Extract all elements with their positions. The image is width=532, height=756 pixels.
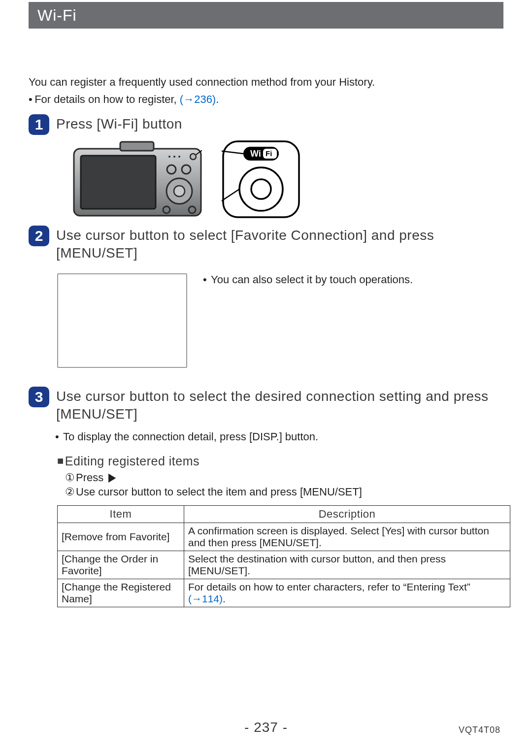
table-row: [Change the Order in Favorite] Select th… bbox=[58, 551, 510, 579]
page-ref-link[interactable]: (→236) bbox=[180, 93, 216, 105]
step-number-badge: 1 bbox=[29, 114, 49, 135]
cell-item: [Change the Registered Name] bbox=[58, 579, 184, 607]
svg-point-4 bbox=[168, 156, 170, 158]
step-2: 2 Use cursor button to select [Favorite … bbox=[29, 226, 503, 263]
sub-step-2-text: Use cursor button to select the item and… bbox=[76, 485, 362, 499]
step-1: 1 Press [Wi-Fi] button bbox=[29, 114, 503, 133]
sub-step-1: ①Press ▶ bbox=[65, 470, 503, 485]
circled-2-icon: ② bbox=[65, 485, 75, 499]
square-bullet-icon: ■ bbox=[57, 455, 64, 467]
page-footer: - 237 - VQT4T08 bbox=[0, 720, 532, 735]
table-row: [Change the Registered Name] For details… bbox=[58, 579, 510, 607]
svg-point-11 bbox=[174, 186, 185, 197]
bullet-dot: • bbox=[203, 273, 206, 368]
cell-desc: A confirmation screen is displayed. Sele… bbox=[184, 523, 510, 551]
step-2-content: • You can also select it by touch operat… bbox=[29, 273, 503, 368]
page-number: - 237 - bbox=[244, 720, 288, 735]
subheading-placeholder bbox=[29, 33, 503, 51]
step-title: Press [Wi-Fi] button bbox=[56, 114, 503, 133]
right-arrow-icon: ▶ bbox=[108, 469, 116, 485]
svg-point-7 bbox=[190, 154, 196, 160]
intro-line: You can register a frequently used conne… bbox=[29, 75, 503, 90]
step-title: Use cursor button to select the desired … bbox=[56, 387, 503, 424]
svg-rect-1 bbox=[120, 142, 154, 151]
editing-table: Item Description [Remove from Favorite] … bbox=[57, 505, 510, 607]
intro-bullet-suffix: . bbox=[216, 93, 219, 105]
desc-suffix: . bbox=[223, 593, 226, 604]
table-row: [Remove from Favorite] A confirmation sc… bbox=[58, 523, 510, 551]
cell-desc: For details on how to enter characters, … bbox=[184, 579, 510, 607]
wifi-button-callout: Wi Fi bbox=[222, 140, 300, 219]
step-number-badge: 3 bbox=[29, 387, 49, 407]
bullet-dot: • bbox=[29, 92, 32, 107]
screen-placeholder bbox=[57, 273, 187, 368]
step-3-note: • To display the connection detail, pres… bbox=[29, 430, 503, 443]
sub-heading-text: Editing registered items bbox=[65, 454, 200, 468]
col-item: Item bbox=[58, 505, 184, 523]
cell-desc: Select the destination with cursor butto… bbox=[184, 551, 510, 579]
step-number-badge: 2 bbox=[29, 226, 49, 246]
sub-heading: ■Editing registered items bbox=[57, 454, 503, 468]
step-1-illustration: Wi Fi bbox=[29, 140, 503, 219]
cell-item: [Change the Order in Favorite] bbox=[58, 551, 184, 579]
svg-text:Fi: Fi bbox=[266, 149, 272, 158]
note-text: You can also select it by touch operatio… bbox=[211, 273, 413, 368]
svg-point-5 bbox=[173, 156, 175, 158]
circled-1-icon: ① bbox=[65, 470, 75, 485]
sub-steps: ①Press ▶ ②Use cursor button to select th… bbox=[57, 470, 503, 499]
table-header-row: Item Description bbox=[58, 505, 510, 523]
intro-bullet: • For details on how to register, (→236)… bbox=[29, 92, 503, 107]
section-header: Wi-Fi bbox=[29, 2, 503, 29]
svg-point-6 bbox=[178, 156, 180, 158]
svg-rect-2 bbox=[81, 156, 156, 209]
intro-text: You can register a frequently used conne… bbox=[29, 75, 503, 107]
cell-item: [Remove from Favorite] bbox=[58, 523, 184, 551]
doc-code: VQT4T08 bbox=[459, 725, 500, 735]
camera-back-icon bbox=[73, 140, 202, 218]
step-2-note: • You can also select it by touch operat… bbox=[203, 273, 413, 368]
sub-step-2: ②Use cursor button to select the item an… bbox=[65, 485, 503, 499]
col-desc: Description bbox=[184, 505, 510, 523]
bullet-dot: • bbox=[55, 430, 58, 443]
note-text: To display the connection detail, press … bbox=[63, 430, 318, 443]
intro-bullet-text: For details on how to register, bbox=[34, 93, 180, 105]
section-title: Wi-Fi bbox=[37, 6, 77, 25]
editing-section: ■Editing registered items ①Press ▶ ②Use … bbox=[29, 454, 503, 607]
step-3: 3 Use cursor button to select the desire… bbox=[29, 387, 503, 424]
sub-step-1-text: Press bbox=[76, 470, 103, 485]
desc-prefix: For details on how to enter characters, … bbox=[188, 581, 470, 592]
svg-text:Wi: Wi bbox=[250, 149, 261, 159]
step-title: Use cursor button to select [Favorite Co… bbox=[56, 226, 503, 263]
page-ref-link[interactable]: (→114) bbox=[188, 593, 223, 604]
